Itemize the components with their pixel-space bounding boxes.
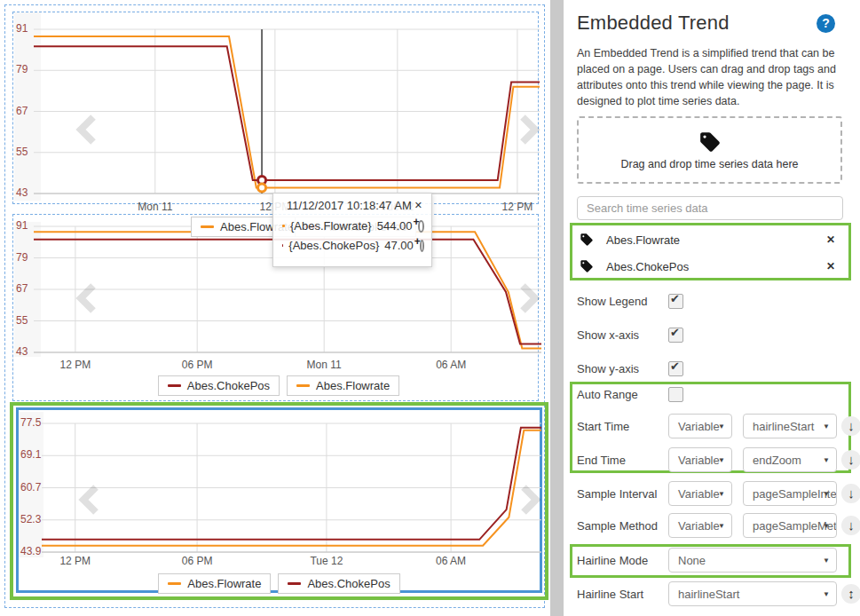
tag-icon (698, 130, 722, 154)
chart-legend: Abes.FlowrateAbes.ChokePos (19, 573, 540, 594)
show-legend-label: Show Legend (577, 295, 668, 308)
updown-arrow-icon[interactable]: ↕ (841, 584, 860, 604)
legend-item[interactable]: Abes.ChokePos (158, 375, 280, 396)
panel-title: Embedded Trend (577, 12, 730, 35)
legend-color-dash (288, 582, 301, 585)
series-line (42, 428, 541, 540)
tooltip-series-name: {Abes.ChokePos} (288, 239, 379, 252)
legend-series-name: Abes.Flowrate (187, 577, 261, 590)
show-legend-row: Show Legend (577, 287, 847, 315)
y-tick-label: 91 (16, 22, 28, 36)
left-chevron-icon[interactable] (75, 483, 104, 517)
show-x-axis-label: Show x-axis (577, 328, 668, 342)
series-color-dash (282, 225, 285, 227)
legend-item[interactable]: Abes.Flowrate (158, 573, 271, 594)
sample-method-label: Sample Method (577, 519, 668, 533)
apply-down-arrow-icon[interactable]: ↓ (841, 450, 860, 470)
tooltip-series-name: {Abes.Flowrate} (290, 219, 372, 233)
y-tick-label: 43 (16, 345, 28, 359)
plot-area[interactable] (42, 423, 541, 552)
y-tick-label: 55 (16, 314, 28, 328)
embedded-trend-settings-panel: Embedded Trend ? An Embedded Trend is a … (564, 0, 860, 616)
left-chevron-icon[interactable] (73, 113, 101, 146)
tooltip-timestamp: 11/12/2017 10:18:47 AM (286, 199, 413, 212)
show-legend-checkbox[interactable] (668, 294, 683, 309)
show-y-axis-checkbox[interactable] (668, 361, 683, 376)
tag-row-chokepos[interactable]: Abes.ChokePos ✕ (580, 256, 840, 277)
end-time-label: End Time (577, 454, 668, 467)
end-time-row: End Time Variable endZoom ↓ (577, 446, 847, 474)
sample-interval-variable-select[interactable]: pageSampleInterv (743, 481, 837, 506)
x-tick-label: 12 PM (43, 555, 107, 567)
left-chevron-icon[interactable] (73, 281, 101, 315)
hairline-start-label: Hairline Start (577, 588, 668, 601)
sample-method-row: Sample Method Variable pageSampleMetho ↓ (577, 511, 847, 540)
auto-range-row: Auto Range (577, 380, 847, 408)
end-time-source-select[interactable]: Variable (668, 447, 732, 472)
tooltip-close-icon[interactable]: ✕ (413, 200, 424, 211)
time-series-dropzone[interactable]: Drag and drop time series data here (577, 116, 842, 184)
search-input[interactable] (577, 196, 843, 220)
legend-series-name: Abes.ChokePos (187, 379, 270, 392)
sample-interval-source-select[interactable]: Variable (668, 481, 732, 506)
remove-tag-icon[interactable]: ✕ (826, 233, 835, 246)
dropzone-label: Drag and drop time series data here (620, 158, 798, 170)
tooltip-series-value: 544.00 (377, 219, 413, 233)
series-line (34, 36, 540, 187)
hairline-mode-row: Hairline Mode None (577, 546, 847, 574)
add-annotation-icon[interactable] (418, 220, 424, 233)
x-tick-label: Tue 12 (295, 555, 359, 567)
legend-item[interactable]: Abes.Flowrate (287, 375, 399, 396)
y-tick-label: 91 (16, 219, 28, 233)
legend-item[interactable]: Abes.ChokePos (278, 573, 399, 594)
y-tick-label: 43 (16, 186, 28, 200)
y-tick-label: 69.1 (20, 448, 41, 462)
start-time-variable-select[interactable]: hairlineStart (743, 414, 837, 438)
right-chevron-icon[interactable] (515, 281, 543, 315)
right-chevron-icon[interactable] (515, 113, 543, 146)
legend-series-name: Abes.Flowrate (316, 379, 390, 392)
hairline-mode-label: Hairline Mode (577, 554, 668, 567)
y-tick-label: 60.7 (20, 481, 41, 494)
add-annotation-icon[interactable] (420, 240, 424, 252)
hairline-start-select[interactable]: hairlineStart (668, 581, 837, 606)
series-color-dash (282, 244, 283, 247)
x-tick-label: 12 PM (43, 359, 107, 371)
hairline-marker (258, 184, 266, 192)
hairline-mode-select[interactable]: None (668, 548, 837, 573)
legend-color-dash (168, 582, 181, 585)
legend-series-name: Abes.ChokePos (307, 577, 390, 590)
sample-method-variable-select[interactable]: pageSampleMetho (743, 513, 837, 538)
apply-down-arrow-icon[interactable]: ↓ (841, 416, 860, 436)
auto-range-label: Auto Range (577, 388, 668, 401)
tag-icon (580, 233, 594, 247)
sample-interval-label: Sample Interval (577, 487, 668, 501)
y-tick-label: 77.5 (20, 416, 41, 430)
embedded-trend-chart-top[interactable]: 9179675543Mon 1112 PMTue 1212 PM (12, 11, 545, 215)
trend-canvas-area: 9179675543Mon 1112 PMTue 1212 PM 9179675… (0, 0, 550, 616)
legend-color-dash (168, 384, 181, 387)
help-icon[interactable]: ? (817, 14, 835, 33)
sample-method-source-select[interactable]: Variable (668, 513, 732, 538)
apply-down-arrow-icon[interactable]: ↓ (841, 484, 860, 503)
y-tick-label: 79 (16, 63, 28, 76)
show-x-axis-checkbox[interactable] (668, 328, 683, 343)
right-chevron-icon[interactable] (516, 483, 544, 517)
remove-tag-icon[interactable]: ✕ (826, 260, 835, 272)
tooltip-row-chokepos: {Abes.ChokePos} 47.00 (273, 235, 431, 255)
y-tick-label: 52.3 (20, 513, 41, 526)
tag-row-flowrate[interactable]: Abes.Flowrate ✕ (580, 229, 840, 250)
start-time-label: Start Time (577, 420, 668, 433)
show-x-axis-row: Show x-axis (577, 320, 847, 349)
plot-area[interactable] (34, 29, 540, 193)
x-tick-label: Mon 11 (292, 359, 356, 371)
show-y-axis-label: Show y-axis (577, 362, 668, 375)
hairline-tooltip: 11/12/2017 10:18:47 AM ✕ {Abes.Flowrate}… (272, 193, 432, 267)
embedded-trend-chart-bottom[interactable]: 77.569.160.752.343.912 PM06 PMTue 1206 A… (19, 410, 540, 593)
start-time-source-select[interactable]: Variable (668, 414, 732, 438)
auto-range-checkbox[interactable] (668, 387, 683, 402)
panel-description: An Embedded Trend is a simplified trend … (577, 46, 845, 110)
end-time-variable-select[interactable]: endZoom (743, 447, 837, 472)
tooltip-row-flowrate: {Abes.Flowrate} 544.00 (273, 216, 431, 235)
apply-down-arrow-icon[interactable]: ↓ (841, 516, 860, 535)
